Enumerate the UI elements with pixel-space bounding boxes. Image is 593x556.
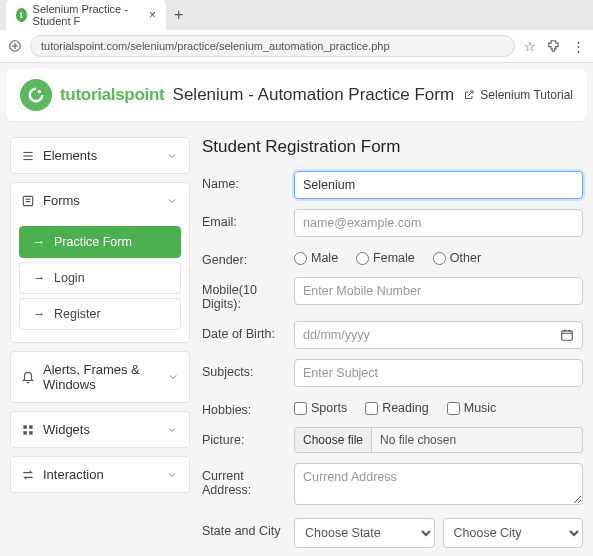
- site-header: tutorialspoint Selenium - Automation Pra…: [6, 69, 587, 121]
- section-label: Widgets: [43, 422, 90, 437]
- favicon-icon: t: [16, 8, 27, 22]
- arrow-right-icon: →: [32, 235, 46, 249]
- chevron-down-icon: [165, 423, 179, 437]
- bookmark-icon[interactable]: ☆: [523, 39, 537, 53]
- svg-rect-11: [29, 425, 33, 429]
- site-info-icon[interactable]: [8, 39, 22, 53]
- city-select[interactable]: Choose City: [443, 518, 584, 548]
- external-link-icon: [462, 88, 476, 102]
- swap-icon: [21, 468, 35, 482]
- browser-chrome: t Selenium Practice - Student F × + tuto…: [0, 0, 593, 63]
- svg-point-3: [38, 90, 41, 93]
- label-picture: Picture:: [202, 427, 294, 447]
- tab-strip: t Selenium Practice - Student F × +: [0, 0, 593, 30]
- name-input[interactable]: [294, 171, 583, 199]
- tab-close-icon[interactable]: ×: [149, 8, 156, 22]
- sidebar-section-forms[interactable]: Forms: [11, 183, 189, 218]
- new-tab-button[interactable]: +: [174, 6, 183, 24]
- chevron-down-icon: [165, 468, 179, 482]
- section-label: Forms: [43, 193, 80, 208]
- tutorial-link[interactable]: Selenium Tutorial: [462, 88, 573, 102]
- sidebar-item-label: Register: [54, 307, 101, 321]
- email-input[interactable]: [294, 209, 583, 237]
- sidebar-item-label: Login: [54, 271, 85, 285]
- hobby-reading[interactable]: Reading: [365, 401, 429, 415]
- gender-female[interactable]: Female: [356, 251, 415, 265]
- svg-rect-12: [23, 431, 27, 435]
- sidebar: Elements Forms → Practice Form: [10, 137, 190, 556]
- label-subjects: Subjects:: [202, 359, 294, 379]
- gender-other[interactable]: Other: [433, 251, 481, 265]
- hobby-sports[interactable]: Sports: [294, 401, 347, 415]
- label-name: Name:: [202, 171, 294, 191]
- logo-icon: [20, 79, 52, 111]
- list-icon: [21, 149, 35, 163]
- label-hobbies: Hobbies:: [202, 397, 294, 417]
- sidebar-item-practice-form[interactable]: → Practice Form: [19, 226, 181, 258]
- arrow-right-icon: →: [32, 307, 46, 321]
- sidebar-section-elements[interactable]: Elements: [11, 138, 189, 173]
- subjects-input[interactable]: [294, 359, 583, 387]
- main-form: Student Registration Form Name: Email: G…: [202, 137, 583, 556]
- svg-rect-13: [29, 431, 33, 435]
- tutorial-link-label: Selenium Tutorial: [480, 88, 573, 102]
- label-mobile: Mobile(10 Digits):: [202, 277, 294, 311]
- choose-file-button[interactable]: Choose file: [295, 428, 372, 452]
- sidebar-section-interaction[interactable]: Interaction: [11, 457, 189, 492]
- label-statecity: State and City: [202, 518, 294, 538]
- chevron-down-icon: [167, 370, 179, 384]
- label-address: Current Address:: [202, 463, 294, 497]
- label-gender: Gender:: [202, 247, 294, 267]
- svg-rect-10: [23, 425, 27, 429]
- file-status: No file chosen: [372, 428, 464, 452]
- extensions-icon[interactable]: [547, 39, 561, 53]
- arrow-right-icon: →: [32, 271, 46, 285]
- chevron-down-icon: [165, 149, 179, 163]
- grid-icon: [21, 423, 35, 437]
- page-title: Selenium - Automation Practice Form: [172, 85, 454, 105]
- label-email: Email:: [202, 209, 294, 229]
- sidebar-section-alerts[interactable]: Alerts, Frames & Windows: [11, 352, 189, 402]
- brand-text: tutorialspoint: [60, 85, 164, 105]
- hobby-music[interactable]: Music: [447, 401, 497, 415]
- file-input[interactable]: Choose file No file chosen: [294, 427, 583, 453]
- sidebar-section-widgets[interactable]: Widgets: [11, 412, 189, 447]
- address-bar-row: tutorialspoint.com/selenium/practice/sel…: [0, 30, 593, 62]
- sidebar-item-label: Practice Form: [54, 235, 132, 249]
- browser-tab[interactable]: t Selenium Practice - Student F ×: [6, 0, 166, 32]
- section-label: Alerts, Frames & Windows: [43, 362, 159, 392]
- chevron-down-icon: [165, 194, 179, 208]
- section-label: Elements: [43, 148, 97, 163]
- section-label: Interaction: [43, 467, 104, 482]
- address-bar[interactable]: tutorialspoint.com/selenium/practice/sel…: [30, 35, 515, 57]
- form-icon: [21, 194, 35, 208]
- bell-icon: [21, 370, 35, 384]
- form-heading: Student Registration Form: [202, 137, 583, 157]
- address-input[interactable]: [294, 463, 583, 505]
- mobile-input[interactable]: [294, 277, 583, 305]
- tab-title: Selenium Practice - Student F: [33, 3, 143, 27]
- dob-input[interactable]: [294, 321, 583, 349]
- sidebar-item-register[interactable]: → Register: [19, 298, 181, 330]
- gender-male[interactable]: Male: [294, 251, 338, 265]
- state-select[interactable]: Choose State: [294, 518, 435, 548]
- menu-icon[interactable]: ⋮: [571, 39, 585, 53]
- sidebar-item-login[interactable]: → Login: [19, 262, 181, 294]
- label-dob: Date of Birth:: [202, 321, 294, 341]
